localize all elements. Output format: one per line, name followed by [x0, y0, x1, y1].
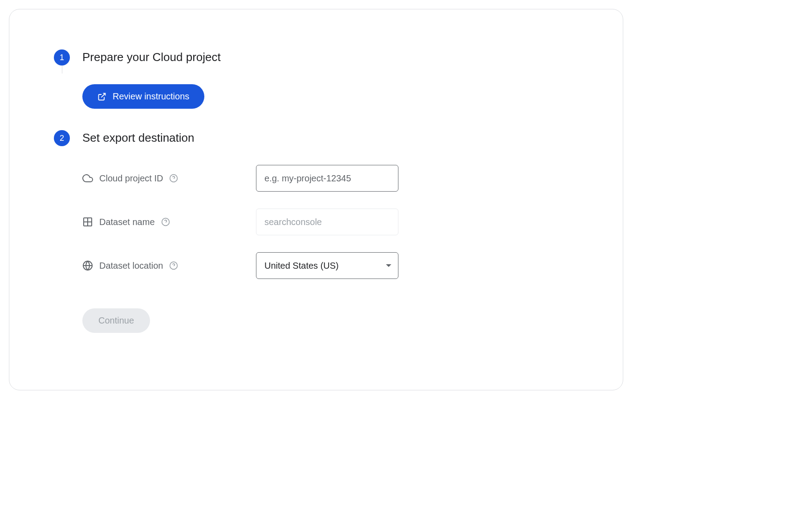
continue-button: Continue — [82, 308, 150, 333]
globe-icon — [82, 260, 93, 271]
review-instructions-label: Review instructions — [113, 91, 189, 102]
dataset-location-select[interactable]: United States (US) — [256, 252, 398, 279]
help-icon[interactable] — [169, 174, 178, 183]
cloud-icon — [82, 173, 93, 184]
help-icon[interactable] — [169, 261, 178, 270]
step-2-title: Set export destination — [82, 131, 578, 145]
step-1-badge: 1 — [54, 49, 70, 66]
dataset-name-row: Dataset name — [82, 209, 578, 235]
project-id-label: Cloud project ID — [99, 173, 163, 184]
step-2: 2 Set export destination — [54, 130, 578, 146]
open-in-new-icon — [97, 92, 106, 101]
project-id-input[interactable] — [256, 165, 398, 192]
step-1-title: Prepare your Cloud project — [82, 50, 578, 64]
project-id-row: Cloud project ID — [82, 165, 578, 192]
svg-line-0 — [101, 93, 105, 97]
step-connector — [62, 66, 62, 74]
dataset-location-label: Dataset location — [99, 261, 163, 271]
grid-icon — [82, 217, 93, 227]
dataset-name-input — [256, 209, 398, 235]
step-1-body: Review instructions — [82, 66, 578, 130]
dataset-name-label: Dataset name — [99, 217, 155, 227]
dataset-location-row: Dataset location United States (US) — [82, 252, 578, 279]
step-2-badge: 2 — [54, 130, 70, 146]
setup-card: 1 Prepare your Cloud project Review inst… — [9, 9, 623, 390]
dataset-location-value: United States (US) — [264, 261, 339, 271]
step-2-body: Cloud project ID Dataset name — [82, 146, 578, 354]
help-icon[interactable] — [161, 217, 170, 226]
review-instructions-button[interactable]: Review instructions — [82, 84, 204, 109]
step-1: 1 Prepare your Cloud project — [54, 49, 578, 66]
